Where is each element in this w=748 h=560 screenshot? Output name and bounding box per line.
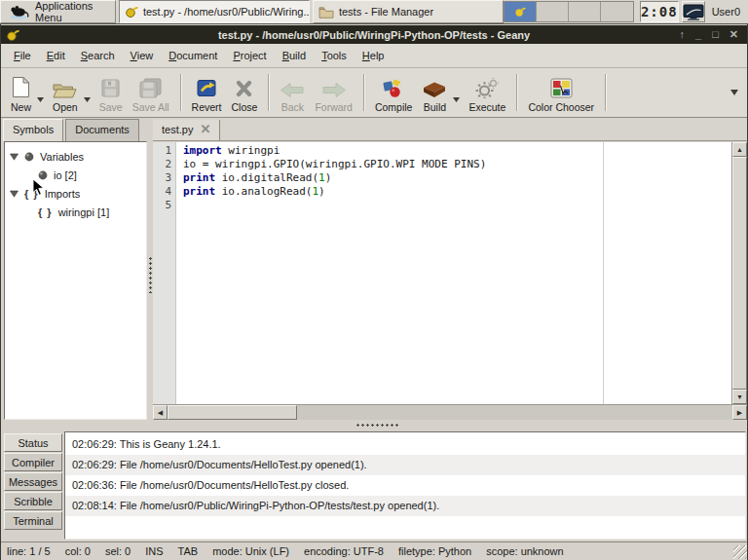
toolbar-button-color-chooser[interactable]: Color Chooser bbox=[523, 70, 599, 115]
dropdown-arrow-icon[interactable] bbox=[36, 84, 48, 102]
task-button-0[interactable]: test.py - /home/usr0/Public/Wiring... bbox=[119, 0, 310, 23]
toolbar-button-revert[interactable]: Revert bbox=[187, 70, 227, 115]
tab-close-icon[interactable]: ✕ bbox=[200, 125, 210, 134]
editor-tabbar: test.py ✕ bbox=[153, 118, 747, 141]
vertical-scroll-thumb[interactable] bbox=[732, 157, 747, 390]
panel-tab-terminal[interactable]: Terminal bbox=[4, 511, 62, 530]
line-number: 3 bbox=[153, 171, 171, 185]
sidebar-tabs: SymbolsDocuments bbox=[3, 119, 141, 141]
toolbar-button-label: Forward bbox=[315, 101, 353, 113]
editor-horizontal-scrollbar[interactable]: ◀ ▶ bbox=[153, 404, 747, 420]
line-number: 2 bbox=[153, 158, 171, 171]
panel-tab-messages[interactable]: Messages bbox=[4, 472, 62, 491]
code-line: import wiringpi bbox=[183, 144, 731, 158]
statusbar-segment: scope: unknown bbox=[486, 545, 564, 557]
forward-arrow-icon bbox=[321, 82, 347, 98]
tree-item-variables[interactable]: Variables bbox=[5, 147, 146, 166]
back-arrow-icon bbox=[280, 82, 305, 98]
scroll-trough[interactable] bbox=[297, 405, 732, 420]
workspace-cell-4[interactable] bbox=[601, 2, 633, 21]
editor-area[interactable]: 12345 import wiringpiio = wiringpi.GPIO(… bbox=[153, 142, 731, 404]
toolbar-button-build[interactable]: Build bbox=[417, 70, 452, 115]
scroll-down-icon[interactable]: ▼ bbox=[732, 390, 747, 404]
menu-item-tools[interactable]: Tools bbox=[314, 46, 355, 65]
window-titlebar[interactable]: test.py - /home/usr0/Public/WiringPi-Pyt… bbox=[1, 25, 747, 44]
workspace-cell-2[interactable] bbox=[537, 2, 569, 21]
toolbar-button-save[interactable]: Save bbox=[94, 70, 128, 115]
panel-tab-compiler[interactable]: Compiler bbox=[4, 453, 62, 471]
menu-item-file[interactable]: File bbox=[6, 46, 39, 65]
menu-item-build[interactable]: Build bbox=[275, 46, 314, 65]
panel-tab-scribble[interactable]: Scribble bbox=[4, 492, 62, 510]
toolbar-button-execute[interactable]: Execute bbox=[464, 70, 510, 115]
statusbar-segment: filetype: Python bbox=[398, 545, 471, 557]
window-shade-icon[interactable]: ↑ bbox=[680, 25, 686, 44]
toolbar-button-save-all[interactable]: Save All bbox=[128, 70, 174, 115]
status-message-row: 02:08:14: File /home/usr0/Public/WiringP… bbox=[65, 496, 745, 516]
display-settings-button[interactable] bbox=[682, 1, 705, 22]
window-close-icon[interactable]: ✕ bbox=[729, 25, 738, 44]
taskbar-clock: 2:08 bbox=[640, 1, 679, 22]
toolbar-separator bbox=[363, 74, 364, 111]
window-minimize-icon[interactable]: _ bbox=[695, 25, 701, 44]
toolbar-button-label: Compile bbox=[375, 101, 413, 113]
toolbar-separator bbox=[516, 74, 517, 111]
editor-vertical-scrollbar[interactable]: ▲ ▼ bbox=[731, 142, 747, 404]
toolbar-button-compile[interactable]: Compile bbox=[370, 70, 418, 115]
message-window-tabs: StatusCompilerMessagesScribbleTerminal bbox=[4, 433, 62, 531]
line-number: 1 bbox=[153, 144, 171, 158]
tree-item-wiringpi[interactable]: { }wiringpi [1] bbox=[5, 203, 146, 221]
scroll-right-icon[interactable]: ▶ bbox=[732, 405, 747, 420]
editor-tab-testpy[interactable]: test.py ✕ bbox=[153, 120, 220, 140]
tree-item-imports[interactable]: { }Imports bbox=[5, 184, 146, 203]
tree-item-io[interactable]: io [2] bbox=[5, 166, 146, 184]
menu-item-document[interactable]: Document bbox=[161, 46, 225, 65]
toolbar-button-open[interactable]: Open bbox=[48, 70, 83, 115]
workspace-cell-3[interactable] bbox=[569, 2, 601, 21]
scroll-up-icon[interactable]: ▲ bbox=[732, 142, 747, 157]
toolbar-separator bbox=[268, 74, 269, 111]
workspace-pager[interactable] bbox=[504, 1, 634, 22]
menu-item-view[interactable]: View bbox=[123, 46, 162, 65]
dropdown-arrow-icon[interactable] bbox=[83, 84, 94, 102]
toolbar-button-forward[interactable]: Forward bbox=[310, 70, 357, 115]
task-button-label: tests - File Manager bbox=[339, 6, 433, 18]
horizontal-scroll-thumb[interactable] bbox=[168, 405, 297, 420]
scroll-left-icon[interactable]: ◀ bbox=[153, 405, 168, 420]
splitter-grip bbox=[149, 256, 152, 293]
toolbar-button-label: Execute bbox=[468, 101, 505, 113]
color-chooser-icon bbox=[550, 78, 573, 98]
panel-tab-status[interactable]: Status bbox=[4, 433, 62, 452]
panel-splitter[interactable] bbox=[1, 420, 747, 430]
toolbar-button-new[interactable]: New bbox=[6, 70, 36, 115]
menu-item-help[interactable]: Help bbox=[355, 46, 393, 65]
window-maximize-icon[interactable]: □ bbox=[712, 25, 719, 44]
sidebar-tab-symbols[interactable]: Symbols bbox=[3, 119, 63, 141]
menubar: FileEditSearchViewDocumentProjectBuildTo… bbox=[1, 44, 747, 68]
resize-grip[interactable] bbox=[733, 545, 747, 559]
statusbar-segment: INS bbox=[145, 545, 163, 557]
workspace-cell-1[interactable] bbox=[505, 2, 537, 21]
message-window: StatusCompilerMessagesScribbleTerminal 0… bbox=[1, 430, 747, 541]
status-message-row: 02:06:36: File /home/usr0/Documents/Hell… bbox=[65, 475, 745, 496]
statusbar-segment: TAB bbox=[178, 545, 199, 557]
toolbar-button-back[interactable]: Back bbox=[275, 70, 310, 115]
menu-item-search[interactable]: Search bbox=[73, 46, 123, 65]
line-number: 4 bbox=[153, 185, 171, 199]
menu-item-edit[interactable]: Edit bbox=[39, 46, 73, 65]
dropdown-arrow-icon[interactable] bbox=[452, 84, 464, 102]
code-line: io = wiringpi.GPIO(wiringpi.GPIO.WPI MOD… bbox=[183, 158, 731, 171]
applications-menu-button[interactable]: Applications Menu bbox=[0, 0, 116, 23]
code-view[interactable]: import wiringpiio = wiringpi.GPIO(wiring… bbox=[176, 142, 731, 404]
expander-icon[interactable] bbox=[10, 190, 19, 198]
braces-icon: { } bbox=[38, 206, 53, 218]
statusbar-segment: mode: Unix (LF) bbox=[212, 545, 289, 557]
task-button-1[interactable]: tests - File Manager bbox=[313, 0, 504, 23]
long-line-marker bbox=[603, 142, 604, 404]
sidebar-tab-documents[interactable]: Documents bbox=[65, 119, 139, 141]
toolbar-button-close[interactable]: Close bbox=[227, 70, 263, 115]
save-icon bbox=[100, 78, 121, 98]
toolbar-overflow-arrow-icon[interactable] bbox=[730, 90, 742, 95]
expander-icon[interactable] bbox=[10, 153, 19, 161]
menu-item-project[interactable]: Project bbox=[225, 46, 274, 65]
